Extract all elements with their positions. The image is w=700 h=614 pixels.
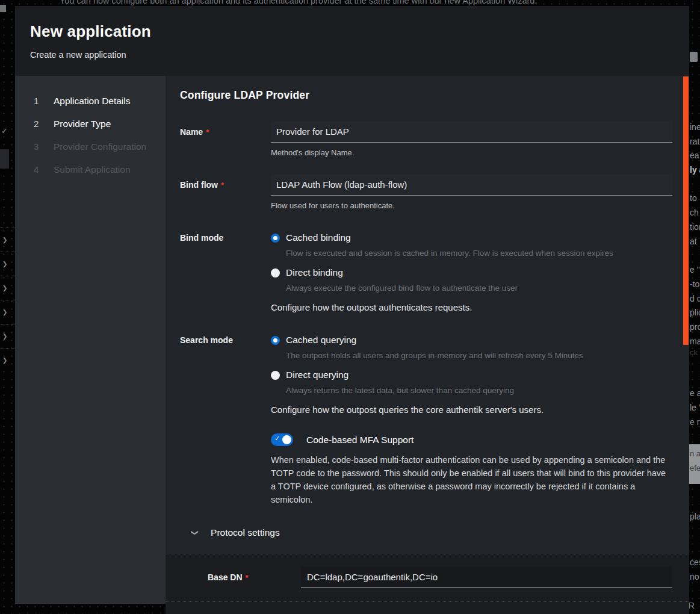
step-number: 4: [34, 164, 41, 175]
name-row: Name* Provider for LDAP Method's display…: [180, 121, 672, 157]
step-number: 2: [34, 119, 41, 129]
background-text-fragment: e n: [690, 417, 700, 427]
background-text-fragment: ck: [690, 348, 698, 357]
background-text-fragment: efe: [690, 464, 700, 473]
background-corner-box: [0, 5, 6, 12]
background-text-fragment: rat: [690, 137, 699, 146]
required-marker: *: [246, 573, 249, 582]
background-text-fragment: no: [690, 572, 699, 581]
protocol-settings-label[interactable]: Protocol settings: [211, 527, 280, 538]
modal-body: 1 Application Details 2 Provider Type 3 …: [15, 76, 689, 604]
background-text-fragment: le ': [690, 403, 700, 412]
search-mode-direct-help: Always returns the latest data, but slow…: [286, 386, 672, 395]
check-icon: ✓: [274, 435, 280, 442]
wizard-step-provider-configuration: 3 Provider Configuration: [15, 135, 166, 158]
background-text-fragment: n a: [690, 449, 700, 458]
bind-flow-label: Bind flow*: [180, 174, 271, 210]
radio-selected-icon[interactable]: [271, 336, 280, 345]
protocol-settings-toggle[interactable]: ❯ Protocol settings: [192, 527, 672, 538]
chevron-down-icon[interactable]: ❯: [191, 530, 199, 536]
chevron-right-icon: ❯: [2, 333, 7, 340]
bind-mode-cached-option[interactable]: Cached binding: [271, 232, 672, 243]
background-text-fragment: ly a: [690, 165, 700, 175]
mfa-label[interactable]: Code-based MFA Support: [306, 435, 413, 445]
search-mode-cached-option[interactable]: Cached querying: [271, 335, 672, 346]
radio-unselected-icon[interactable]: [271, 371, 280, 380]
mfa-help: When enabled, code-based multi-factor au…: [271, 453, 669, 506]
nav-row: ❯: [0, 300, 15, 324]
background-right-sliver: ineratealy atochtionate "c-tod cplicprom…: [689, 0, 700, 614]
name-input[interactable]: Provider for LDAP: [271, 121, 672, 143]
base-dn-input[interactable]: DC=ldap,DC=goauthentik,DC=io: [301, 566, 672, 588]
background-text-fragment: -to: [690, 279, 699, 289]
wizard-step-provider-type[interactable]: 2 Provider Type: [15, 113, 166, 135]
chevron-right-icon: ❯: [2, 309, 7, 315]
wizard-step-submit-application: 4 Submit Application: [15, 158, 166, 181]
name-help: Method's display Name.: [271, 148, 672, 157]
modal-lower-zone: Base DN* DC=ldap,DC=goauthentik,DC=io Ba…: [166, 554, 689, 614]
wizard-step-content: Configure LDAP Provider Name* Provider f…: [166, 76, 689, 604]
chevron-right-icon: ❯: [2, 237, 7, 243]
search-mode-group-help: Configure how the outpost queries the co…: [271, 405, 672, 415]
step-label: Provider Type: [54, 119, 111, 129]
bind-mode-direct-help: Always execute the configured bind flow …: [286, 284, 672, 293]
modal-title: New application: [30, 22, 674, 41]
nav-row: ❯: [0, 228, 15, 252]
base-dn-label: Base DN*: [208, 566, 301, 588]
background-text-fragment: at: [690, 237, 697, 246]
nav-row: ❯: [0, 348, 15, 372]
nav-row: ❯: [0, 252, 15, 276]
chevron-right-icon: ❯: [2, 357, 7, 364]
modal-footer: Back Submit Cancel: [166, 601, 689, 614]
background-text-fragment: d c: [690, 294, 700, 303]
step-label: Application Details: [54, 96, 131, 107]
mfa-row: ✓ Code-based MFA Support When enabled, c…: [180, 415, 672, 506]
step-number: 3: [34, 141, 41, 152]
background-text-fragment: ine: [690, 122, 700, 132]
background-text-fragment: ch: [690, 208, 699, 217]
name-label: Name*: [180, 121, 271, 157]
mfa-toggle[interactable]: ✓: [271, 433, 293, 446]
background-nav-highlight: [0, 149, 9, 169]
bind-mode-cached-help: Flow is executed and session is cached i…: [286, 249, 672, 258]
search-mode-label: Search mode: [180, 335, 271, 415]
background-text-fragment: tion: [690, 222, 700, 232]
bind-mode-row: Bind mode Cached binding Flow is execute…: [180, 232, 672, 312]
background-text-fragment: pla: [690, 512, 700, 521]
background-left-sidebar: ✓ ❯ ❯ ❯ ❯ ❯ ❯: [0, 6, 15, 614]
nav-row: ❯: [0, 276, 15, 300]
required-marker: *: [206, 128, 209, 137]
background-text-fragment: ces: [690, 557, 700, 567]
step-label: Provider Configuration: [54, 141, 146, 152]
background-orange-bar: [683, 76, 689, 345]
provider-form: Configure LDAP Provider Name* Provider f…: [166, 76, 689, 554]
background-nav-chevrons: ❯ ❯ ❯ ❯ ❯ ❯: [0, 228, 15, 372]
background-text-fragment: to: [690, 193, 697, 203]
nav-row: ❯: [0, 324, 15, 348]
background-text-fragment: e "c: [690, 265, 700, 274]
base-dn-row: Base DN* DC=ldap,DC=goauthentik,DC=io: [166, 554, 689, 592]
check-icon: ✓: [1, 126, 8, 135]
step-number: 1: [34, 96, 41, 106]
wizard-announcement-banner: You can now configure both an applicatio…: [60, 0, 537, 5]
background-window-icon: [690, 52, 698, 62]
bind-flow-help: Flow used for users to authenticate.: [271, 201, 672, 210]
bind-flow-row: Bind flow* LDAP Auth Flow (ldap-auth-flo…: [180, 174, 672, 210]
search-mode-direct-option[interactable]: Direct querying: [271, 370, 672, 380]
required-marker: *: [221, 181, 224, 190]
background-text-fragment: pro: [690, 322, 700, 332]
bind-mode-direct-option[interactable]: Direct binding: [271, 267, 672, 278]
chevron-right-icon: ❯: [2, 285, 7, 291]
new-application-modal: New application Create a new application…: [15, 6, 689, 604]
radio-unselected-icon[interactable]: [271, 268, 280, 278]
background-text-fragment: e a: [690, 388, 700, 398]
radio-selected-icon[interactable]: [271, 234, 280, 243]
background-text-fragment: plic: [690, 308, 700, 317]
wizard-steps-nav: 1 Application Details 2 Provider Type 3 …: [15, 76, 166, 604]
form-heading: Configure LDAP Provider: [180, 89, 672, 102]
wizard-step-application-details[interactable]: 1 Application Details: [15, 90, 166, 113]
chevron-right-icon: ❯: [2, 261, 7, 267]
background-text-fragment: ma: [690, 336, 700, 346]
search-mode-cached-help: The outpost holds all users and groups i…: [286, 351, 672, 360]
bind-flow-select[interactable]: LDAP Auth Flow (ldap-auth-flow): [271, 174, 672, 196]
